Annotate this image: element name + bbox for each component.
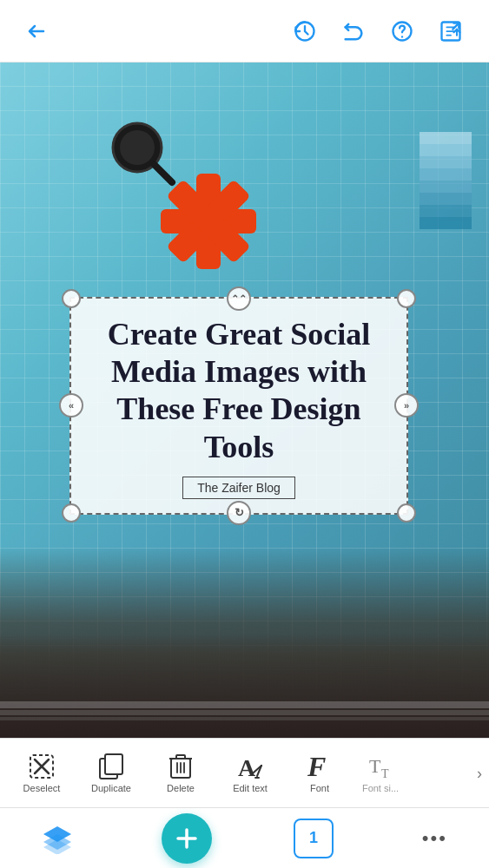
- help-icon: [390, 19, 414, 43]
- duplicate-icon: [99, 753, 123, 779]
- main-text: Create Great Social Media Images with Th…: [92, 316, 386, 466]
- handle-bottom-left[interactable]: [62, 503, 81, 523]
- top-toolbar: [0, 0, 489, 62]
- layers-button[interactable]: [35, 816, 80, 861]
- svg-text:F: F: [307, 753, 326, 779]
- duplicate-item[interactable]: Duplicate: [76, 743, 146, 804]
- history-button[interactable]: [287, 14, 322, 49]
- palette-strips: [420, 132, 472, 229]
- svg-rect-18: [176, 755, 185, 759]
- font-size-item[interactable]: T T Font si...: [354, 743, 406, 804]
- add-icon: [173, 825, 201, 852]
- asterisk-decoration: [152, 165, 265, 278]
- handle-left-arrow[interactable]: «: [59, 393, 83, 418]
- history-icon: [293, 19, 317, 43]
- svg-text:A: A: [238, 754, 256, 779]
- undo-icon: [341, 19, 366, 43]
- svg-rect-15: [105, 754, 122, 774]
- svg-point-2: [401, 36, 403, 37]
- help-button[interactable]: [385, 14, 420, 49]
- font-size-label: Font si...: [362, 783, 399, 793]
- edit-text-icon: A: [238, 753, 262, 779]
- layers-icon: [42, 823, 73, 854]
- back-icon: [26, 21, 47, 42]
- handle-bottom-right[interactable]: [397, 503, 416, 523]
- bottom-toolbar: Deselect Duplicate Delete: [0, 738, 489, 807]
- keyboard-area: [0, 599, 489, 738]
- handle-top-left[interactable]: [62, 289, 81, 308]
- deselect-item[interactable]: Deselect: [7, 743, 76, 804]
- handle-top-right[interactable]: [397, 289, 416, 308]
- duplicate-label: Duplicate: [91, 783, 131, 793]
- add-button[interactable]: [162, 813, 212, 864]
- font-icon: F: [307, 753, 332, 779]
- sub-text-container: The Zaifer Blog: [92, 477, 386, 499]
- delete-icon: [169, 753, 192, 779]
- font-item[interactable]: F Font: [285, 743, 354, 804]
- delete-label: Delete: [167, 783, 195, 793]
- delete-item[interactable]: Delete: [146, 743, 215, 804]
- handle-bottom-rotate[interactable]: ↻: [227, 501, 251, 525]
- deselect-icon: [29, 753, 55, 779]
- svg-text:T: T: [381, 767, 389, 779]
- font-label: Font: [310, 783, 329, 793]
- edit-text-item[interactable]: A Edit text: [215, 743, 285, 804]
- deselect-label: Deselect: [23, 783, 61, 793]
- canvas-area[interactable]: ⌃⌃ « » ↻ Create Great Social Media Image…: [0, 62, 489, 738]
- handle-top-arrow[interactable]: ⌃⌃: [227, 286, 251, 311]
- export-button[interactable]: [433, 14, 468, 49]
- font-size-icon: T T: [369, 753, 392, 779]
- undo-button[interactable]: [336, 14, 371, 49]
- toolbar-right: [287, 14, 468, 49]
- export-icon: [439, 19, 463, 43]
- svg-point-5: [120, 130, 155, 165]
- svg-text:T: T: [369, 755, 381, 777]
- bottom-nav: 1 •••: [0, 807, 489, 868]
- more-button[interactable]: •••: [415, 820, 454, 857]
- handle-right-arrow[interactable]: »: [394, 393, 419, 418]
- toolbar-chevron[interactable]: ›: [470, 757, 489, 789]
- text-card[interactable]: ⌃⌃ « » ↻ Create Great Social Media Image…: [69, 297, 408, 515]
- page-indicator[interactable]: 1: [294, 819, 334, 858]
- back-button[interactable]: [21, 16, 52, 47]
- edit-text-label: Edit text: [233, 783, 268, 793]
- more-icon: •••: [422, 827, 447, 850]
- toolbar-left: [21, 16, 52, 47]
- sub-text: The Zaifer Blog: [182, 477, 295, 499]
